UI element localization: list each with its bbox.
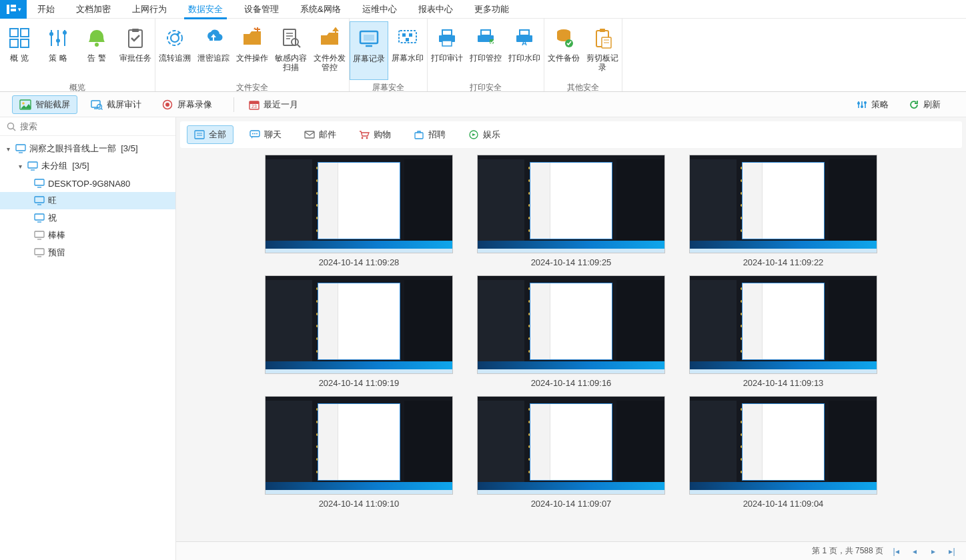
svg-point-80: [254, 133, 256, 135]
ribbon-screen-watermark-button[interactable]: 屏幕水印: [388, 21, 427, 80]
ribbon-warning-button[interactable]: 告 警: [77, 21, 116, 80]
thumbnail-item[interactable]: 2024-10-14 11:09:22: [689, 155, 877, 271]
filter-mail[interactable]: 邮件: [298, 126, 343, 143]
ribbon-trace-button[interactable]: 流转追溯: [155, 21, 194, 80]
thumbnail-item[interactable]: 2024-10-14 11:09:10: [265, 396, 453, 513]
screen-watermark-icon: [396, 27, 419, 49]
thumbnail-grid[interactable]: 2024-10-14 11:09:28 2024-10-14 11:09:25 …: [176, 148, 966, 541]
caret-down-icon: ▾: [16, 163, 24, 170]
toolbar-secondary: 智能截屏截屏审计屏幕录像 23 最近一月 策略 刷新: [0, 92, 966, 117]
tree-node-desktop[interactable]: DESKTOP-9G8NA80: [0, 175, 175, 192]
search-input[interactable]: [20, 121, 169, 131]
svg-rect-63: [28, 162, 37, 168]
filter-entertain[interactable]: 娱乐: [462, 126, 507, 143]
ribbon-group-概览: 概 览策 略告 警审批任务概览: [0, 19, 155, 91]
smart-capture-icon: [19, 99, 31, 110]
ribbon-clipboard-record-button[interactable]: 剪切板记录: [583, 21, 622, 80]
warning-icon: [85, 27, 108, 49]
all-icon: [194, 130, 205, 139]
tab-screen-video[interactable]: 屏幕录像: [155, 96, 219, 113]
tree-node-bangbang[interactable]: 棒棒: [0, 227, 175, 244]
page-first-button[interactable]: |◂: [890, 545, 902, 557]
menu-0[interactable]: 开始: [27, 0, 65, 19]
ribbon-leak-trace-button[interactable]: 泄密追踪: [194, 21, 233, 80]
refresh-button[interactable]: 刷新: [902, 96, 947, 113]
thumbnail-image: [477, 155, 665, 253]
ribbon-file-op-button[interactable]: 文件操作: [233, 21, 272, 80]
thumbnail-item[interactable]: 2024-10-14 11:09:13: [689, 275, 877, 392]
tree-node-zhu[interactable]: 祝: [0, 209, 175, 227]
menu-3[interactable]: 数据安全: [177, 0, 233, 19]
ribbon-print-watermark-button[interactable]: A打印水印: [505, 21, 544, 80]
tree-node-wang[interactable]: 旺: [0, 192, 175, 209]
menu-7[interactable]: 报表中心: [408, 0, 464, 19]
menu-4[interactable]: 设备管理: [233, 0, 290, 19]
ribbon-print-audit-button[interactable]: 打印审计: [428, 21, 466, 80]
menu-1[interactable]: 文档加密: [65, 0, 121, 19]
screen-video-icon: [161, 99, 173, 110]
svg-point-83: [362, 137, 364, 139]
thumbnail-image: [265, 275, 453, 374]
app-icon[interactable]: ▾: [0, 0, 27, 19]
svg-rect-17: [284, 29, 296, 45]
ribbon-print-control-button[interactable]: 打印管控: [466, 21, 505, 80]
monitor-icon: [27, 161, 39, 171]
ribbon-file-backup-button[interactable]: 文件备份: [544, 21, 583, 80]
page-last-button[interactable]: ▸|: [946, 545, 958, 557]
ribbon-approval-button[interactable]: 审批任务: [116, 21, 155, 80]
thumbnail-timestamp: 2024-10-14 11:09:19: [319, 378, 400, 388]
trace-icon: [163, 27, 186, 49]
svg-rect-3: [10, 29, 18, 37]
filter-shopping[interactable]: 购物: [352, 126, 398, 143]
tree-node-yuliu[interactable]: 预留: [0, 244, 175, 261]
pager-text: 第 1 页，共 7588 页: [812, 545, 883, 557]
svg-point-16: [167, 31, 182, 45]
thumbnail-item[interactable]: 2024-10-14 11:09:04: [689, 396, 877, 513]
menu-6[interactable]: 运维中心: [352, 0, 408, 19]
thumbnail-item[interactable]: 2024-10-14 11:09:07: [477, 396, 665, 513]
filter-chat[interactable]: 聊天: [243, 126, 288, 143]
thumbnail-image: [265, 396, 453, 495]
tab-capture-audit[interactable]: 截屏审计: [84, 96, 148, 113]
thumbnail-item[interactable]: 2024-10-14 11:09:19: [265, 275, 453, 392]
ribbon-outgoing-button[interactable]: 文件外发管控: [310, 21, 349, 80]
search-box[interactable]: [0, 117, 175, 136]
thumbnail-item[interactable]: 2024-10-14 11:09:28: [265, 155, 453, 271]
ribbon-sensitive-scan-button[interactable]: 敏感内容扫描: [272, 21, 310, 80]
svg-rect-85: [415, 133, 423, 139]
svg-point-58: [864, 101, 867, 104]
thumbnail-item[interactable]: 2024-10-14 11:09:16: [477, 275, 665, 392]
thumbnail-item[interactable]: 2024-10-14 11:09:25: [477, 155, 665, 271]
date-range-button[interactable]: 23 最近一月: [242, 96, 305, 113]
ribbon-strategy-button[interactable]: 策 略: [39, 21, 77, 80]
tab-smart-capture[interactable]: 智能截屏: [12, 95, 77, 114]
filter-recruit[interactable]: 招聘: [407, 126, 452, 143]
overview-icon: [8, 27, 31, 49]
strategy-button[interactable]: 策略: [850, 96, 895, 113]
ribbon-group-其他安全: 文件备份剪切板记录其他安全: [544, 19, 622, 91]
svg-point-81: [256, 133, 258, 135]
menu-5[interactable]: 系统&网络: [290, 0, 352, 19]
file-op-icon: [241, 27, 264, 49]
svg-rect-25: [364, 35, 374, 41]
search-icon: [7, 122, 16, 131]
page-prev-button[interactable]: ◂: [909, 545, 921, 557]
menu-2[interactable]: 上网行为: [121, 0, 177, 19]
svg-point-59: [8, 123, 14, 129]
tree-root[interactable]: ▾ 洞察之眼抖音线上一部 [3/5]: [0, 140, 175, 157]
svg-line-60: [13, 128, 16, 131]
ribbon-screen-record-button[interactable]: 屏幕记录: [350, 21, 388, 80]
thumbnail-timestamp: 2024-10-14 11:09:13: [743, 378, 824, 388]
ribbon-group-文件安全: 流转追溯泄密追踪文件操作敏感内容扫描文件外发管控文件安全: [155, 19, 350, 91]
tree-group[interactable]: ▾ 未分组 [3/5]: [0, 157, 175, 175]
thumbnail-image: [477, 275, 665, 374]
menu-8[interactable]: 更多功能: [464, 0, 520, 19]
filter-all[interactable]: 全部: [187, 125, 233, 144]
page-next-button[interactable]: ▸: [927, 545, 939, 557]
refresh-icon: [909, 99, 919, 110]
svg-rect-73: [35, 249, 44, 255]
svg-rect-69: [35, 214, 44, 220]
capture-audit-icon: [91, 99, 103, 110]
svg-point-13: [95, 43, 99, 47]
ribbon-overview-button[interactable]: 概 览: [0, 21, 39, 80]
